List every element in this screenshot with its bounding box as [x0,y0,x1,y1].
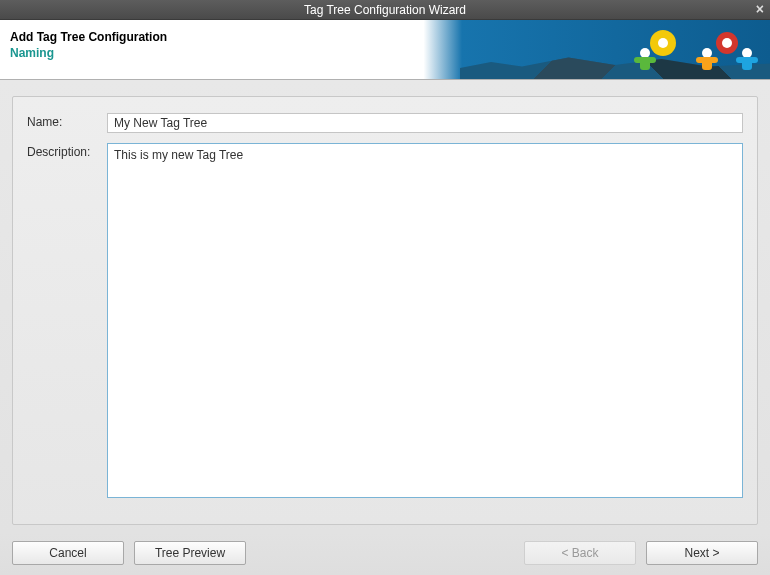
banner-art [460,20,770,80]
back-button: < Back [524,541,636,565]
tree-preview-button[interactable]: Tree Preview [134,541,246,565]
description-label: Description: [27,143,107,159]
title-bar: Tag Tree Configuration Wizard × [0,0,770,20]
gear-icon [650,30,676,56]
banner-heading-group: Add Tag Tree Configuration Naming [10,30,167,60]
content-area: Name: Description: [0,80,770,533]
person-figure-icon [638,48,652,78]
banner-subheading: Naming [10,46,167,60]
header-banner: Add Tag Tree Configuration Naming [0,20,770,80]
gear-icon [716,32,738,54]
next-button[interactable]: Next > [646,541,758,565]
person-figure-icon [700,48,714,78]
banner-heading: Add Tag Tree Configuration [10,30,167,44]
description-input[interactable] [107,143,743,498]
name-input[interactable] [107,113,743,133]
name-row: Name: [27,113,743,133]
form-panel: Name: Description: [12,96,758,525]
name-label: Name: [27,113,107,129]
description-row: Description: [27,143,743,498]
cancel-button[interactable]: Cancel [12,541,124,565]
spacer [256,541,514,565]
footer-buttons: Cancel Tree Preview < Back Next > [0,533,770,575]
person-figure-icon [740,48,754,78]
close-icon[interactable]: × [756,2,764,16]
window-title: Tag Tree Configuration Wizard [304,3,466,17]
